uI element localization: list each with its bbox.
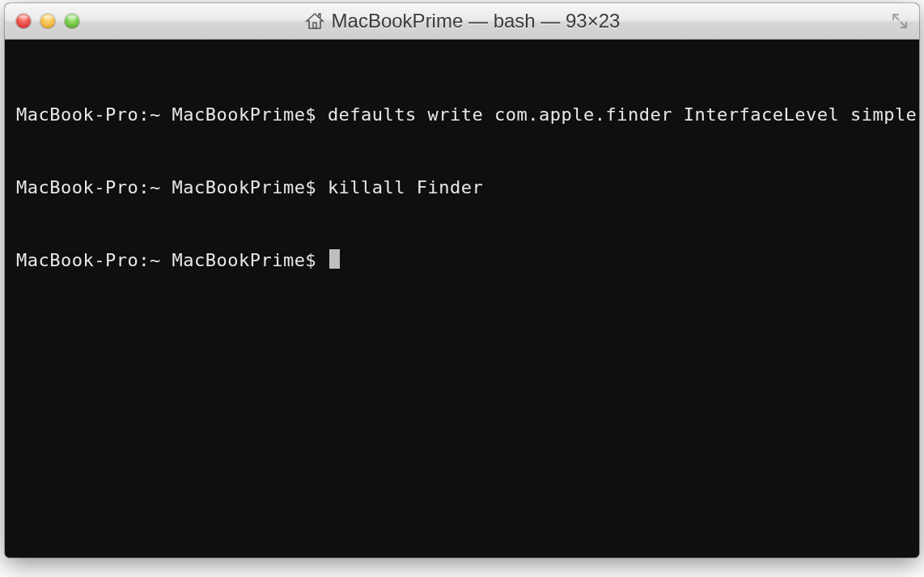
command-text: killall Finder xyxy=(328,177,483,197)
prompt: MacBook-Pro:~ MacBookPrime$ xyxy=(16,177,328,197)
traffic-lights xyxy=(5,14,79,28)
close-button[interactable] xyxy=(16,14,31,28)
terminal-line: MacBook-Pro:~ MacBookPrime$ defaults wri… xyxy=(16,103,908,127)
window-title-text: MacBookPrime — bash — 93×23 xyxy=(332,10,621,32)
zoom-button[interactable] xyxy=(65,14,79,28)
prompt: MacBook-Pro:~ MacBookPrime$ xyxy=(16,104,328,125)
terminal-output[interactable]: MacBook-Pro:~ MacBookPrime$ defaults wri… xyxy=(5,40,919,558)
minimize-button[interactable] xyxy=(40,14,55,28)
terminal-line: MacBook-Pro:~ MacBookPrime$ killall Find… xyxy=(16,176,908,200)
command-text: defaults write com.apple.finder Interfac… xyxy=(328,104,918,125)
cursor xyxy=(329,249,340,269)
terminal-line: MacBook-Pro:~ MacBookPrime$ xyxy=(16,248,908,273)
window-title: MacBookPrime — bash — 93×23 xyxy=(5,10,919,32)
svg-rect-0 xyxy=(313,23,316,28)
terminal-window: MacBookPrime — bash — 93×23 MacBook-Pro:… xyxy=(5,3,919,558)
prompt: MacBook-Pro:~ MacBookPrime$ xyxy=(16,250,328,270)
fullscreen-button[interactable] xyxy=(888,10,911,32)
titlebar[interactable]: MacBookPrime — bash — 93×23 xyxy=(5,3,919,40)
home-icon xyxy=(304,11,325,31)
